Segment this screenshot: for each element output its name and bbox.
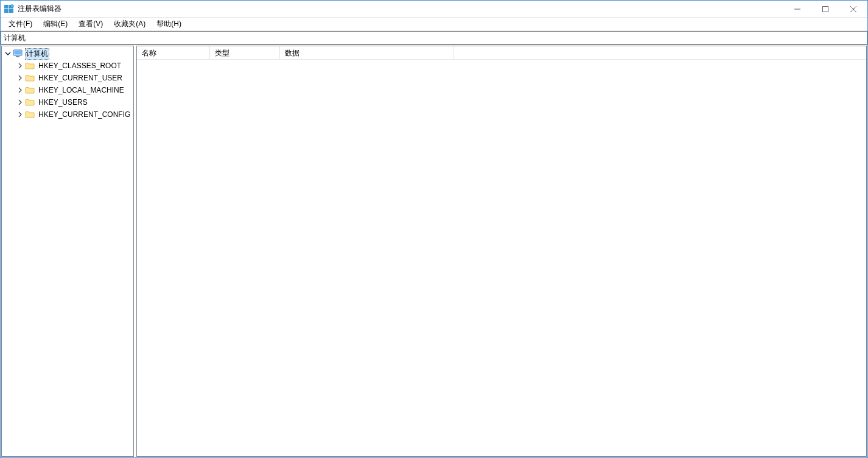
- chevron-right-icon[interactable]: [16, 86, 24, 94]
- column-header-data[interactable]: 数据: [280, 46, 453, 59]
- chevron-right-icon[interactable]: [16, 74, 24, 82]
- tree-pane[interactable]: 计算机 HKEY_CLASSES_ROOT HKEY_CURRENT_USER: [1, 46, 134, 457]
- close-button[interactable]: [839, 1, 867, 17]
- main-area: 计算机 HKEY_CLASSES_ROOT HKEY_CURRENT_USER: [1, 44, 867, 457]
- titlebar-left: 注册表编辑器: [1, 4, 61, 14]
- tree-root-label: 计算机: [25, 48, 49, 60]
- svg-rect-6: [823, 6, 828, 12]
- tree-hive-label: HKEY_CURRENT_USER: [37, 73, 124, 83]
- maximize-button[interactable]: [811, 1, 839, 17]
- menu-edit[interactable]: 编辑(E): [38, 18, 73, 30]
- column-header-name[interactable]: 名称: [137, 46, 210, 59]
- computer-icon: [13, 49, 23, 58]
- svg-rect-0: [4, 5, 9, 9]
- folder-icon: [25, 86, 35, 94]
- tree-hive-label: HKEY_USERS: [37, 97, 89, 107]
- window-controls: [783, 1, 867, 17]
- column-header-type[interactable]: 类型: [210, 46, 280, 59]
- tree-hive-hkcu[interactable]: HKEY_CURRENT_USER: [2, 72, 133, 84]
- minimize-button[interactable]: [783, 1, 811, 17]
- window-title: 注册表编辑器: [18, 4, 61, 14]
- folder-icon: [25, 74, 35, 82]
- svg-rect-3: [9, 9, 13, 13]
- chevron-right-icon[interactable]: [16, 99, 24, 106]
- folder-icon: [25, 98, 35, 107]
- tree-hive-hku[interactable]: HKEY_USERS: [2, 96, 133, 108]
- app-icon: [4, 4, 14, 14]
- tree-hive-label: HKEY_LOCAL_MACHINE: [37, 85, 125, 95]
- address-path: 计算机: [4, 33, 26, 43]
- list-body[interactable]: [137, 60, 866, 456]
- folder-icon: [25, 62, 35, 70]
- menubar: 文件(F) 编辑(E) 查看(V) 收藏夹(A) 帮助(H): [1, 18, 867, 31]
- tree-hive-hkcc[interactable]: HKEY_CURRENT_CONFIG: [2, 108, 133, 121]
- chevron-down-icon[interactable]: [4, 50, 12, 57]
- svg-rect-10: [15, 51, 21, 55]
- folder-icon: [25, 110, 35, 119]
- tree-hive-hklm[interactable]: HKEY_LOCAL_MACHINE: [2, 84, 133, 96]
- svg-rect-11: [16, 56, 19, 57]
- svg-rect-2: [4, 9, 9, 13]
- menu-help[interactable]: 帮助(H): [151, 18, 187, 30]
- menu-view[interactable]: 查看(V): [73, 18, 108, 30]
- menu-file[interactable]: 文件(F): [3, 18, 38, 30]
- menu-favorites[interactable]: 收藏夹(A): [108, 18, 151, 30]
- tree-hive-label: HKEY_CLASSES_ROOT: [37, 61, 122, 71]
- chevron-right-icon[interactable]: [16, 111, 24, 118]
- tree-hive-label: HKEY_CURRENT_CONFIG: [37, 110, 131, 119]
- list-header: 名称 类型 数据: [137, 46, 866, 60]
- list-pane: 名称 类型 数据: [136, 46, 867, 457]
- svg-point-4: [11, 4, 14, 7]
- titlebar: 注册表编辑器: [1, 1, 867, 18]
- tree-hive-hkcr[interactable]: HKEY_CLASSES_ROOT: [2, 60, 133, 72]
- tree-root-computer[interactable]: 计算机: [2, 48, 133, 60]
- chevron-right-icon[interactable]: [16, 62, 24, 69]
- address-bar[interactable]: 计算机: [1, 31, 867, 44]
